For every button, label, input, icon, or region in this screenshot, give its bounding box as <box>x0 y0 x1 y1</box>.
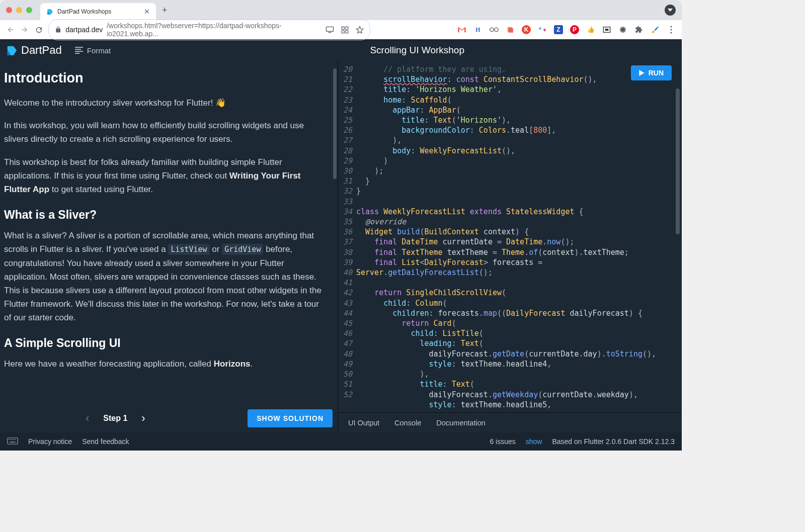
tab-console[interactable]: Console <box>394 419 421 427</box>
nav-forward-button <box>20 25 29 34</box>
svg-rect-33 <box>10 441 16 442</box>
svg-point-9 <box>495 28 499 32</box>
workshop-title: Scrolling UI Workshop <box>370 45 464 56</box>
svg-rect-25 <box>75 53 79 54</box>
window-close-button[interactable] <box>6 7 12 13</box>
svg-rect-28 <box>9 439 10 440</box>
ext-pinterest-icon[interactable]: P <box>570 25 579 34</box>
star-icon[interactable] <box>356 26 364 34</box>
show-issues-link[interactable]: show <box>526 437 542 446</box>
format-label: Format <box>87 46 111 55</box>
ext-stack-icon[interactable] <box>506 25 515 34</box>
svg-rect-7 <box>346 30 348 33</box>
listview-code: ListView <box>168 244 209 255</box>
run-button[interactable]: RUN <box>631 65 672 80</box>
svg-rect-32 <box>15 439 16 440</box>
browser-menu-icon[interactable] <box>667 25 676 34</box>
ext-k-icon[interactable]: K <box>522 25 531 34</box>
ext-hearts-icon[interactable] <box>538 25 547 34</box>
url-input[interactable]: dartpad.dev/workshops.html?webserver=htt… <box>48 19 370 40</box>
privacy-link[interactable]: Privacy notice <box>28 437 72 446</box>
lock-icon <box>55 26 61 33</box>
svg-rect-4 <box>342 27 344 29</box>
code-lines[interactable]: // platform they are using. scrollBehavi… <box>356 64 682 412</box>
code-pane: RUN 202122232425262728293031323334353637… <box>338 61 682 432</box>
step-label: Step 1 <box>103 414 127 423</box>
svg-rect-14 <box>605 29 609 31</box>
intro-p1: Welcome to the introductory sliver works… <box>4 96 323 110</box>
window-max-button[interactable] <box>26 7 32 13</box>
ext-glasses-icon[interactable] <box>490 25 499 34</box>
step-footer: ‹ Step 1 › SHOW SOLUTION <box>0 404 338 432</box>
issues-count[interactable]: 6 issues <box>490 437 515 446</box>
svg-rect-6 <box>342 30 344 33</box>
ext-thumb-icon[interactable]: 👍 <box>586 25 595 34</box>
simple-ui-paragraph: Here we have a weather forecasting appli… <box>4 357 323 371</box>
main-split: Introduction Welcome to the introductory… <box>0 61 682 432</box>
tab-bar: DartPad Workshops ✕ + <box>0 0 682 20</box>
feedback-link[interactable]: Send feedback <box>82 437 129 446</box>
ext-puzzle-icon[interactable] <box>634 25 643 34</box>
grid-icon[interactable] <box>341 26 349 34</box>
step-next-button[interactable]: › <box>141 412 145 425</box>
ext-gmail-icon[interactable] <box>457 25 466 34</box>
sdk-version: Based on Flutter 2.0.6 Dart SDK 2.12.3 <box>552 437 675 446</box>
ext-z-icon[interactable]: Z <box>554 25 563 34</box>
keyboard-icon[interactable] <box>7 437 18 446</box>
svg-rect-5 <box>346 27 348 29</box>
dart-logo-icon <box>6 45 17 56</box>
logo[interactable]: DartPad <box>6 44 62 57</box>
ext-brush-icon[interactable]: 🖌️ <box>651 25 660 34</box>
svg-rect-12 <box>509 28 513 33</box>
ext-circle-icon[interactable] <box>618 25 627 34</box>
window-controls <box>6 7 32 13</box>
intro-heading: Introduction <box>4 70 323 86</box>
svg-rect-29 <box>10 439 11 440</box>
browser-chrome: DartPad Workshops ✕ + dartpad.dev/worksh… <box>0 0 682 39</box>
instructions-content: Introduction Welcome to the introductory… <box>0 61 338 404</box>
svg-rect-27 <box>8 437 18 444</box>
tab-title: DartPad Workshops <box>57 8 140 15</box>
svg-rect-3 <box>329 32 332 33</box>
svg-point-19 <box>670 32 672 33</box>
ext-frame-icon[interactable] <box>602 25 611 34</box>
account-indicator-icon[interactable] <box>665 5 676 16</box>
ext-h-icon[interactable]: H <box>473 25 482 34</box>
gridview-code: GridView <box>222 244 263 255</box>
screen-share-icon[interactable] <box>326 26 334 33</box>
status-bar: Privacy notice Send feedback 6 issues sh… <box>0 432 682 451</box>
dartpad-favicon-icon <box>46 8 53 15</box>
url-path: /workshops.html?webserver=https://dartpa… <box>107 22 321 38</box>
show-solution-button[interactable]: SHOW SOLUTION <box>248 409 333 427</box>
format-menu-icon <box>75 47 83 54</box>
tab-close-icon[interactable]: ✕ <box>144 8 150 16</box>
tab-ui-output[interactable]: UI Output <box>348 419 379 427</box>
code-scrollbar[interactable] <box>676 88 680 234</box>
svg-rect-24 <box>75 51 83 52</box>
app-header: DartPad Format Scrolling UI Workshop <box>0 39 682 61</box>
sliver-heading: What is a Sliver? <box>4 208 323 222</box>
svg-point-16 <box>621 28 625 32</box>
nav-back-button[interactable] <box>6 25 15 34</box>
play-icon <box>639 70 645 76</box>
svg-rect-23 <box>75 49 81 50</box>
instructions-scrollbar[interactable] <box>333 68 337 179</box>
new-tab-button[interactable]: + <box>162 5 168 16</box>
svg-point-8 <box>490 28 494 32</box>
extension-icons: H K Z P 👍 🖌️ <box>457 25 676 34</box>
url-host: dartpad.dev <box>65 26 103 34</box>
tab-documentation[interactable]: Documentation <box>436 419 486 427</box>
svg-rect-31 <box>14 439 15 440</box>
svg-marker-26 <box>639 70 644 76</box>
svg-point-18 <box>670 29 672 30</box>
sliver-paragraph: What is a sliver? A sliver is a portion … <box>4 229 323 324</box>
format-button[interactable]: Format <box>75 46 111 55</box>
reload-button[interactable] <box>34 25 43 34</box>
step-nav: ‹ Step 1 › <box>86 412 145 425</box>
simple-ui-heading: A Simple Scrolling UI <box>4 336 323 350</box>
window-min-button[interactable] <box>16 7 22 13</box>
browser-tab[interactable]: DartPad Workshops ✕ <box>40 3 156 20</box>
dartpad-app: DartPad Format Scrolling UI Workshop Int… <box>0 39 682 451</box>
intro-p2: In this workshop, you will learn how to … <box>4 119 323 146</box>
code-editor[interactable]: RUN 202122232425262728293031323334353637… <box>338 61 682 412</box>
